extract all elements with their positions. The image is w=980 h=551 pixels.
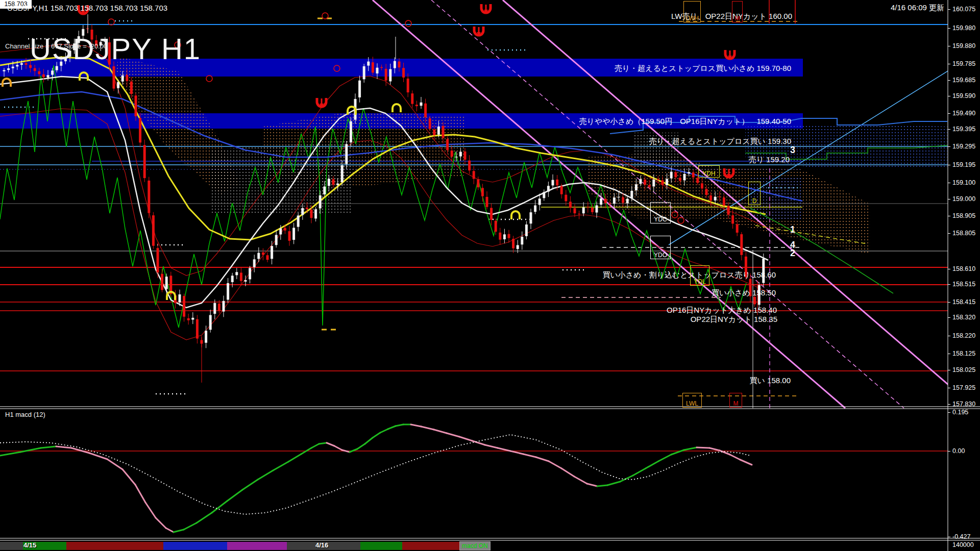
price-axis-label: 159.785 bbox=[952, 60, 975, 67]
price-axis-label: 158.415 bbox=[952, 298, 975, 306]
volume-axis-label: 140000 bbox=[952, 541, 974, 548]
axis-tick bbox=[948, 80, 950, 81]
channel-number-label: 2 bbox=[790, 248, 795, 259]
axis-tick bbox=[948, 96, 950, 96]
axis-tick bbox=[948, 113, 950, 114]
label-box: M bbox=[732, 1, 743, 22]
arch-marker-icon bbox=[393, 104, 401, 112]
axis-tick bbox=[948, 199, 950, 199]
axis-tick bbox=[948, 354, 950, 354]
macd-pane bbox=[0, 424, 948, 532]
sell-signal-icon bbox=[725, 50, 734, 59]
symbol-ohlc-readout: USDJPY,H1 158.703 158.703 158.703 158.70… bbox=[7, 4, 167, 12]
trade-annotation: 買い小さめ 158.50 bbox=[712, 288, 776, 298]
axis-tick bbox=[948, 317, 950, 318]
axis-tick bbox=[948, 302, 950, 303]
axis-tick bbox=[948, 370, 950, 370]
axis-tick bbox=[948, 129, 950, 130]
channel-number-label: 1 bbox=[790, 224, 795, 235]
trade-annotation: OP22日NYカット 158.35 bbox=[691, 315, 777, 324]
axis-tick bbox=[948, 9, 950, 10]
macd-toggle-button[interactable]: macd ON bbox=[459, 541, 491, 550]
trade-annotation: 買い 158.00 bbox=[750, 376, 791, 386]
trade-annotation: OP16日NYカット大きめ 158.40 bbox=[667, 306, 777, 315]
price-axis-label: 158.805 bbox=[952, 230, 975, 237]
price-axis-label: 159.395 bbox=[952, 126, 975, 133]
price-axis-label: 159.880 bbox=[952, 42, 975, 49]
price-axis-label: 158.125 bbox=[952, 350, 975, 357]
price-axis-label: 157.925 bbox=[952, 384, 975, 391]
macd-axis-label: -0.427 bbox=[952, 533, 970, 540]
label-box: YDL bbox=[690, 265, 709, 286]
price-axis-label: 158.220 bbox=[952, 332, 975, 339]
axis-tick bbox=[948, 233, 950, 234]
price-axis-label: 158.515 bbox=[952, 281, 975, 288]
price-axis-label: 157.830 bbox=[952, 400, 975, 408]
trade-annotation: 売りやや小さめ（159.50円 OP16日NYカット） 159.40-50 bbox=[579, 117, 791, 127]
axis-tick bbox=[948, 451, 950, 452]
session-bar-segment bbox=[360, 542, 402, 550]
circle-marker-icon bbox=[322, 13, 328, 19]
macd-axis-label: 0.00 bbox=[952, 447, 965, 455]
indicator-cloud bbox=[210, 141, 351, 214]
label-box: LWL bbox=[682, 393, 702, 408]
axis-tick bbox=[948, 284, 950, 285]
price-axis-label: 159.295 bbox=[952, 143, 975, 150]
axis-tick bbox=[948, 46, 950, 46]
price-axis-label: 159.100 bbox=[952, 179, 975, 186]
axis-tick bbox=[948, 64, 950, 64]
trade-annotation: 売り 159.20 bbox=[749, 155, 790, 165]
macd-axis-label: 0.195 bbox=[952, 409, 968, 416]
macd-signal-line bbox=[0, 435, 750, 514]
price-axis-label: 158.320 bbox=[952, 314, 975, 321]
session-bar-segment bbox=[0, 542, 23, 550]
chart-canvas[interactable] bbox=[0, 0, 980, 551]
label-box: YDC bbox=[650, 202, 671, 223]
price-axis-label: 159.490 bbox=[952, 110, 975, 117]
mt4-chart-window: USDJPY H1 USDJPY,H1 158.703 158.703 158.… bbox=[0, 0, 980, 551]
price-axis-label: 159.980 bbox=[952, 24, 975, 32]
session-bar-segment bbox=[402, 542, 459, 550]
date-label: 4/15 bbox=[23, 541, 36, 549]
axis-tick bbox=[948, 412, 950, 413]
update-timestamp: 4/16 06:09 更新 bbox=[891, 3, 944, 13]
price-axis-label: 158.025 bbox=[952, 366, 975, 373]
axis-tick bbox=[948, 28, 950, 29]
axis-tick bbox=[948, 183, 950, 183]
axis-tick bbox=[948, 165, 950, 165]
label-box: YDH bbox=[698, 165, 720, 178]
channel-number-label: 3 bbox=[790, 145, 795, 156]
label-box: M bbox=[729, 393, 742, 408]
session-bar-segment bbox=[66, 542, 163, 550]
price-axis-label: 159.000 bbox=[952, 195, 975, 203]
trade-annotation: 買い小さめ・割り込むとストップロス売り 158.60 bbox=[602, 270, 776, 280]
session-bar-segment bbox=[163, 542, 227, 550]
channel-info-label: Channel size = 677 Slope = -20.00 bbox=[5, 42, 107, 50]
axis-tick bbox=[948, 336, 950, 336]
axis-tick bbox=[948, 537, 950, 537]
macd-pane-label: H1 macd (12) bbox=[5, 411, 45, 418]
trade-annotation: 売り・超えるとストップロス買い 159.30 bbox=[649, 137, 791, 146]
price-axis-label: 159.685 bbox=[952, 77, 975, 84]
price-axis-label: 158.905 bbox=[952, 212, 975, 219]
price-axis-label: 159.590 bbox=[952, 92, 975, 99]
axis-tick bbox=[948, 216, 950, 216]
price-axis-label: 160.075 bbox=[952, 6, 975, 13]
sell-signal-icon bbox=[474, 27, 483, 36]
session-bar-segment bbox=[227, 542, 287, 550]
axis-tick bbox=[948, 269, 950, 269]
axis-tick bbox=[948, 388, 950, 388]
price-axis-label: 159.195 bbox=[952, 161, 975, 168]
date-label: 4/16 bbox=[315, 541, 328, 549]
axis-tick bbox=[948, 146, 950, 147]
circle-marker-icon bbox=[405, 20, 411, 27]
label-box: D bbox=[748, 182, 761, 205]
trade-annotation: 売り・超えるとストップロス買い小さめ 159.70-80 bbox=[615, 64, 791, 73]
axis-tick bbox=[948, 404, 950, 405]
label-box: LWH bbox=[683, 1, 701, 22]
arch-marker-icon bbox=[511, 211, 520, 219]
price-axis-label: 158.610 bbox=[952, 265, 975, 272]
label-box: YDO bbox=[650, 236, 671, 259]
sell-signal-icon bbox=[481, 4, 491, 13]
